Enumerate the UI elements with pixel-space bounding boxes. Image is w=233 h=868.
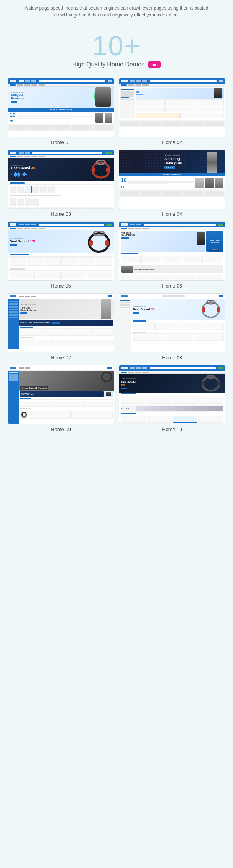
svg-rect-1 bbox=[13, 173, 13, 176]
hero-subtitle-row: High Quality Home Demos hot bbox=[0, 61, 233, 68]
screenshot-home06: THE BESTSMARTPHONE SAVE A NEWMACBOOK SHO… bbox=[119, 221, 225, 281]
demo-label-home01: Home 01 bbox=[51, 139, 71, 145]
svg-rect-19 bbox=[89, 240, 93, 246]
screenshot-home04: The Future Has Come SamsungGalaxy S8+ BU… bbox=[119, 150, 225, 209]
demo-label-home02: Home 02 bbox=[162, 139, 182, 145]
screenshot-home07: The Future is Here The bestSmart phone S… bbox=[8, 293, 114, 352]
demo-label-home09: Home 09 bbox=[51, 427, 71, 432]
svg-rect-6 bbox=[18, 172, 19, 177]
screenshot-home08: The Beat Goes On Beat Sound JBL bbox=[119, 293, 225, 352]
demo-item-home07[interactable]: The Future is Here The bestSmart phone S… bbox=[8, 293, 114, 360]
screenshot-home09: Herman Kadon 32 Pro Audio SAVE ON A NEWM… bbox=[8, 365, 114, 424]
svg-rect-20 bbox=[105, 240, 109, 246]
hero-section: 10+ High Quality Home Demos hot bbox=[0, 24, 233, 72]
svg-rect-28 bbox=[217, 381, 220, 386]
svg-rect-12 bbox=[25, 173, 26, 175]
mock-submenu bbox=[8, 84, 114, 87]
svg-rect-5 bbox=[17, 174, 18, 175]
demo-item-home08[interactable]: The Beat Goes On Beat Sound JBL bbox=[119, 293, 225, 360]
screenshot-home02: XZPremium bbox=[119, 78, 225, 137]
demo-item-home06[interactable]: THE BESTSMARTPHONE SAVE A NEWMACBOOK SHO… bbox=[119, 221, 225, 289]
h01-hero-banner: The Future is Here Sony XZPremium bbox=[8, 87, 114, 108]
demo-label-home06: Home 06 bbox=[162, 283, 182, 289]
demo-item-home10[interactable]: Create your own music Beat SoundJBL bbox=[119, 365, 225, 432]
svg-rect-27 bbox=[202, 381, 205, 386]
mock-cart bbox=[108, 80, 112, 82]
demo-item-home05[interactable]: The Beat Goes On Beat Sound JBL bbox=[8, 221, 114, 289]
demo-item-home02[interactable]: XZPremium bbox=[119, 78, 225, 145]
svg-rect-23 bbox=[202, 307, 205, 312]
demo-label-home03: Home 03 bbox=[51, 211, 71, 217]
mock-logo bbox=[10, 80, 16, 82]
svg-rect-24 bbox=[217, 307, 220, 312]
svg-rect-4 bbox=[16, 173, 17, 176]
svg-rect-3 bbox=[15, 172, 16, 177]
demo-item-home01[interactable]: The Future is Here Sony XZPremium THE BE… bbox=[8, 78, 114, 145]
screenshot-home05: The Beat Goes On Beat Sound JBL bbox=[8, 221, 114, 281]
svg-rect-0 bbox=[11, 174, 12, 175]
demo-item-home09[interactable]: Herman Kadon 32 Pro Audio SAVE ON A NEWM… bbox=[8, 365, 114, 432]
hot-badge: hot bbox=[148, 61, 161, 68]
demo-label-home07: Home 07 bbox=[51, 355, 71, 360]
svg-rect-13 bbox=[26, 174, 27, 175]
demo-label-home04: Home 04 bbox=[162, 211, 182, 217]
svg-rect-8 bbox=[21, 173, 21, 176]
demos-grid: The Future is Here Sony XZPremium THE BE… bbox=[0, 72, 233, 438]
top-description: A slow page speed means that search engi… bbox=[0, 0, 233, 24]
svg-rect-2 bbox=[14, 173, 15, 176]
demo-label-home10: Home 10 bbox=[162, 427, 182, 432]
hero-subtitle: High Quality Home Demos bbox=[72, 61, 144, 68]
screenshot-home01: The Future is Here Sony XZPremium THE BE… bbox=[8, 78, 114, 137]
mock-nav bbox=[19, 80, 36, 82]
screenshot-home10: Create your own music Beat SoundJBL bbox=[119, 365, 225, 424]
mock-search-bar bbox=[39, 80, 105, 82]
demo-label-home05: Home 05 bbox=[51, 283, 71, 289]
hero-number: 10+ bbox=[0, 32, 233, 60]
mock-bottom-bar bbox=[8, 124, 114, 131]
svg-rect-15 bbox=[92, 168, 95, 172]
screenshot-home03: The Beat Goes On Beat Sound JBL bbox=[8, 150, 114, 209]
demo-label-home08: Home 08 bbox=[162, 355, 182, 360]
demo-item-home03[interactable]: The Beat Goes On Beat Sound JBL bbox=[8, 150, 114, 217]
svg-rect-16 bbox=[106, 168, 109, 172]
svg-rect-7 bbox=[19, 173, 20, 176]
demo-item-home04[interactable]: The Future Has Come SamsungGalaxy S8+ BU… bbox=[119, 150, 225, 217]
svg-rect-11 bbox=[24, 172, 25, 176]
svg-rect-10 bbox=[23, 173, 24, 176]
svg-rect-9 bbox=[22, 174, 23, 175]
